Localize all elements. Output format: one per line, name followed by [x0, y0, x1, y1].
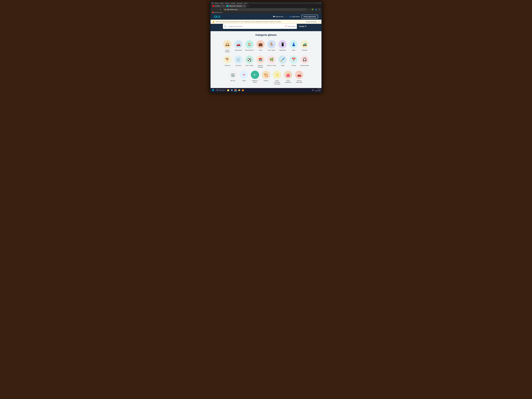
kosmetyki-icon: ✨ — [273, 71, 281, 79]
menu-narzedzia[interactable]: Narzędzia — [237, 2, 242, 4]
categories-title: Kategorie główne — [214, 33, 318, 37]
category-outlet[interactable]: % Outlet — [239, 70, 249, 86]
search-btn-label: Szukaj — [299, 25, 304, 27]
uslugi-label: Usługi — [281, 65, 285, 66]
browser-address-bar: ← → ↻ 🔒 https://www.olx.pl ☆ 🧩 👤 ☰ — [210, 8, 322, 11]
start-button[interactable] — [211, 89, 215, 92]
search-input[interactable] — [228, 24, 283, 29]
bookmark-pierwsze-kroki[interactable]: Pierwsze kroki — [211, 12, 223, 13]
header-favorites[interactable]: ♡ — [286, 16, 287, 18]
category-antyki[interactable]: 🕰️ Antyki I Kolekcje — [222, 39, 232, 54]
taskbar-app-browser[interactable]: 🦊 — [234, 89, 237, 92]
star-icon[interactable]: ☆ — [308, 8, 310, 11]
bookmark-favicon — [212, 12, 214, 13]
wypozyczalnia-label: Wypożyczalnia — [300, 65, 309, 66]
category-oddam-darmo[interactable]: 0,- Oddam zadarmo — [250, 70, 260, 86]
tab-olx[interactable]: Ogłoszenia - Sprzedaję, kupię n × — [226, 4, 246, 8]
menu-plik[interactable]: Plik — [211, 2, 214, 4]
taskbar-app-firefox[interactable]: 🍊 — [241, 89, 245, 92]
taskbar-app-files[interactable]: 📁 — [238, 89, 241, 92]
oddam-label: Oddam zadarmo — [252, 80, 258, 83]
tab-youtube-close[interactable]: × — [223, 5, 224, 7]
profile-icon[interactable]: 👤 — [315, 8, 317, 11]
category-auta-wyprzedazy[interactable]: 🚗 Auta nawyprzedaży — [294, 70, 304, 86]
category-elektronika[interactable]: 📱 Elektronika — [278, 39, 288, 54]
menu-edycja[interactable]: Edycja — [215, 2, 219, 4]
menu-zakladki[interactable]: Zakładki — [231, 2, 235, 4]
taskbar-app-settings[interactable]: ⚙️ — [230, 89, 234, 92]
account-label: Twoje konto — [291, 16, 299, 18]
new-tab-button[interactable]: + — [247, 5, 250, 7]
menu-icon[interactable]: ☰ — [318, 8, 321, 11]
noclegi-icon: 📅 — [290, 56, 298, 64]
address-bar-input[interactable]: 🔒 https://www.olx.pl — [223, 8, 307, 11]
menu-pomoc[interactable]: Pomoc — [244, 2, 248, 4]
category-praca[interactable]: 💼 Praca — [255, 39, 266, 54]
taskbar-search[interactable]: 🔍 Wyszukaj — [215, 89, 226, 91]
tab-youtube-title: YouTube — [215, 5, 222, 7]
budowa-label: Budowa — [264, 80, 268, 82]
bookmarks-bar: Pierwsze kroki — [210, 11, 322, 13]
category-nieruchomosci[interactable]: 🏠 Nieruchomości — [244, 39, 254, 54]
category-uslugi[interactable]: 🖌️ Usługi — [278, 55, 288, 69]
kosmetyki-label: Nowe kosmetykiz przesyłką — [272, 80, 282, 85]
category-kosmetyki[interactable]: ✨ Nowe kosmetykiz przesyłką — [272, 70, 282, 86]
add-listing-button[interactable]: Dodaj ogłoszenie — [302, 15, 318, 19]
dzieci-icon: 🛒 — [234, 56, 242, 64]
dla-firm-label: Dla Firm — [230, 80, 235, 82]
category-wypozyczalnia[interactable]: 🎧 Wypożyczalnia — [300, 55, 310, 69]
sport-icon: ⚽ — [245, 56, 253, 64]
header-messages[interactable]: 💬 Wiadomości — [273, 16, 284, 18]
win-close[interactable]: × — [320, 2, 321, 4]
zdrowie-icon: 🌿 — [267, 56, 276, 64]
nav-refresh-button[interactable]: ↻ — [219, 8, 222, 11]
nav-back-button[interactable]: ← — [211, 8, 215, 11]
category-praca-dodatkowa[interactable]: 👛 Pracadodatkowa — [283, 70, 293, 86]
search-bar: 🔍 📍 Cała Polska Szukaj 🔍 — [223, 24, 309, 29]
praca-icon: 💼 — [256, 40, 265, 48]
win-maximize[interactable]: □ — [318, 2, 318, 4]
search-button[interactable]: Szukaj 🔍 — [297, 24, 309, 29]
category-zdrowie-uroda[interactable]: 🌿 Zdrowie I Uroda — [266, 55, 277, 69]
location-icon: 📍 — [285, 25, 287, 27]
win-minimize[interactable]: − — [316, 2, 316, 4]
category-muzyka-edukacja[interactable]: 📚 Muzyka IEdukacja — [255, 55, 266, 69]
nav-forward-button[interactable]: → — [215, 8, 218, 11]
auta-label: Auta nawyprzedaży — [296, 80, 303, 83]
zwierzeta-icon: 🐕 — [223, 56, 231, 64]
zdrowie-label: Zdrowie I Uroda — [267, 65, 276, 66]
taskbar-clock[interactable]: 14:13 15.02.2024 — [315, 89, 321, 92]
category-dla-firm[interactable]: 🏢 Dla Firm — [228, 70, 238, 86]
category-rolnictwo[interactable]: 🚜 Rolnictwo — [300, 39, 310, 54]
outlet-icon: % — [240, 71, 248, 79]
menu-widok[interactable]: Widok — [220, 2, 224, 4]
category-dla-dzieci[interactable]: 🛒 Dla Dzieci — [233, 55, 243, 69]
tab-olx-close[interactable]: × — [244, 5, 245, 7]
header-account[interactable]: 👤 Twoje konto — [289, 16, 299, 18]
tab-youtube[interactable]: YouTube × — [211, 4, 225, 8]
warning-close-button[interactable]: × — [319, 21, 320, 23]
heart-icon: ♡ — [286, 16, 287, 18]
olx-logo[interactable]: OLX — [214, 15, 220, 19]
category-sport-hobby[interactable]: ⚽ Sport I Hobby — [244, 55, 254, 69]
category-zwierzeta[interactable]: 🐕 Zwierzęta — [222, 55, 232, 69]
warning-learn-more[interactable]: Dowiedz się więcej — [306, 21, 317, 22]
category-budowa[interactable]: 🏗️ Budowa — [261, 70, 271, 86]
auta-icon: 🚗 — [295, 71, 303, 79]
dom-icon: 🪑 — [267, 40, 276, 48]
menu-historia[interactable]: Historia — [225, 2, 229, 4]
category-noclegi[interactable]: 📅 Noclegi — [289, 55, 299, 69]
taskbar-app-widgets[interactable]: 🗂️ — [227, 89, 230, 92]
clock-date: 15.02.2024 — [315, 90, 321, 92]
messages-icon: 💬 — [273, 16, 275, 18]
warning-icon: ⚠️ — [212, 21, 215, 23]
taskbar: 🔍 Wyszukaj 🗂️ ⚙️ 🦊 📁 🍊 🔊 14:13 15.02.202… — [210, 88, 322, 92]
location-selector[interactable]: 📍 Cała Polska — [283, 24, 297, 29]
category-dom-ogrod[interactable]: 🪑 Dom I Ogród — [266, 39, 277, 54]
rolnictwo-icon: 🚜 — [301, 40, 309, 48]
praca-dodatkowa-icon: 👛 — [284, 71, 292, 79]
category-motoryzacja[interactable]: 🚗 Motoryzacja — [233, 39, 243, 54]
category-moda[interactable]: 👗 Moda — [289, 39, 299, 54]
extensions-icon[interactable]: 🧩 — [311, 8, 314, 11]
user-icon: 👤 — [289, 16, 291, 18]
